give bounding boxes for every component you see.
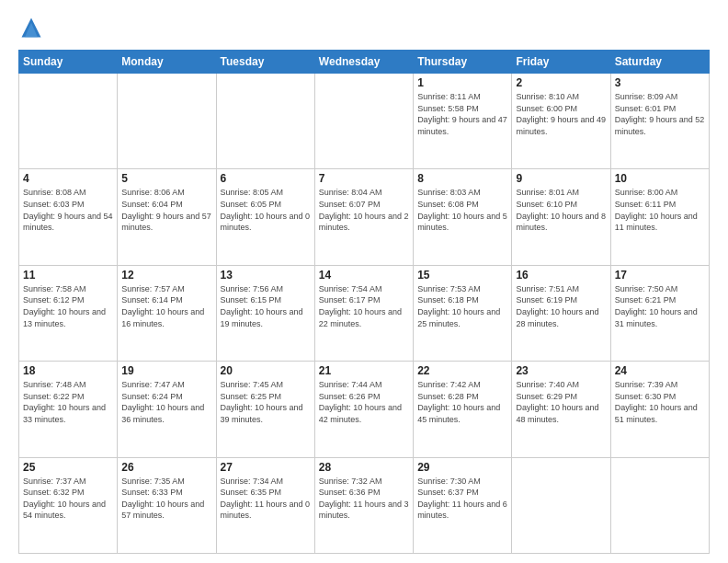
- day-info: Sunrise: 8:00 AM Sunset: 6:11 PM Dayligh…: [615, 187, 705, 233]
- day-number: 16: [516, 269, 606, 282]
- calendar-cell: 8Sunrise: 8:03 AM Sunset: 6:08 PM Daylig…: [414, 169, 512, 265]
- day-number: 17: [615, 269, 705, 282]
- calendar-cell: 23Sunrise: 7:40 AM Sunset: 6:29 PM Dayli…: [512, 362, 610, 457]
- day-number: 29: [417, 461, 507, 474]
- calendar-cell: 26Sunrise: 7:35 AM Sunset: 6:33 PM Dayli…: [118, 457, 216, 553]
- day-number: 14: [319, 269, 409, 282]
- day-number: 21: [319, 364, 409, 377]
- day-info: Sunrise: 7:50 AM Sunset: 6:21 PM Dayligh…: [615, 283, 705, 329]
- calendar-cell: [314, 74, 413, 169]
- col-header-tuesday: Tuesday: [216, 51, 314, 74]
- day-number: 6: [221, 172, 311, 185]
- day-info: Sunrise: 7:47 AM Sunset: 6:24 PM Dayligh…: [121, 379, 211, 425]
- logo: [18, 15, 48, 40]
- day-info: Sunrise: 8:06 AM Sunset: 6:04 PM Dayligh…: [121, 187, 211, 233]
- day-info: Sunrise: 7:37 AM Sunset: 6:32 PM Dayligh…: [23, 476, 113, 522]
- day-info: Sunrise: 7:44 AM Sunset: 6:26 PM Dayligh…: [319, 379, 409, 425]
- logo-icon: [18, 15, 44, 40]
- calendar-cell: [118, 74, 216, 169]
- calendar-cell: 10Sunrise: 8:00 AM Sunset: 6:11 PM Dayli…: [610, 169, 709, 265]
- calendar-cell: 21Sunrise: 7:44 AM Sunset: 6:26 PM Dayli…: [314, 362, 413, 457]
- calendar-cell: 16Sunrise: 7:51 AM Sunset: 6:19 PM Dayli…: [512, 265, 610, 361]
- calendar-week-2: 11Sunrise: 7:58 AM Sunset: 6:12 PM Dayli…: [19, 265, 710, 361]
- day-info: Sunrise: 7:40 AM Sunset: 6:29 PM Dayligh…: [516, 379, 606, 425]
- calendar-cell: 12Sunrise: 7:57 AM Sunset: 6:14 PM Dayli…: [118, 265, 216, 361]
- day-number: 27: [221, 461, 311, 474]
- col-header-saturday: Saturday: [610, 51, 709, 74]
- day-info: Sunrise: 8:01 AM Sunset: 6:10 PM Dayligh…: [516, 187, 606, 233]
- calendar-cell: 15Sunrise: 7:53 AM Sunset: 6:18 PM Dayli…: [414, 265, 512, 361]
- calendar-week-4: 25Sunrise: 7:37 AM Sunset: 6:32 PM Dayli…: [19, 457, 710, 553]
- day-number: 20: [221, 364, 311, 377]
- day-info: Sunrise: 8:03 AM Sunset: 6:08 PM Dayligh…: [417, 187, 507, 233]
- col-header-wednesday: Wednesday: [314, 51, 413, 74]
- day-info: Sunrise: 7:56 AM Sunset: 6:15 PM Dayligh…: [221, 283, 311, 329]
- calendar-cell: [610, 457, 709, 553]
- day-number: 23: [516, 364, 606, 377]
- calendar-cell: 7Sunrise: 8:04 AM Sunset: 6:07 PM Daylig…: [314, 169, 413, 265]
- day-info: Sunrise: 7:45 AM Sunset: 6:25 PM Dayligh…: [221, 379, 311, 425]
- calendar-week-3: 18Sunrise: 7:48 AM Sunset: 6:22 PM Dayli…: [19, 362, 710, 457]
- page: SundayMondayTuesdayWednesdayThursdayFrid…: [0, 0, 728, 563]
- calendar-cell: 4Sunrise: 8:08 AM Sunset: 6:03 PM Daylig…: [19, 169, 118, 265]
- day-info: Sunrise: 7:53 AM Sunset: 6:18 PM Dayligh…: [417, 283, 507, 329]
- day-info: Sunrise: 7:32 AM Sunset: 6:36 PM Dayligh…: [319, 476, 409, 522]
- col-header-monday: Monday: [118, 51, 216, 74]
- calendar-cell: [216, 74, 314, 169]
- day-info: Sunrise: 8:09 AM Sunset: 6:01 PM Dayligh…: [615, 91, 705, 137]
- calendar-cell: 3Sunrise: 8:09 AM Sunset: 6:01 PM Daylig…: [610, 74, 709, 169]
- day-info: Sunrise: 7:34 AM Sunset: 6:35 PM Dayligh…: [221, 476, 311, 522]
- day-info: Sunrise: 8:05 AM Sunset: 6:05 PM Dayligh…: [221, 187, 311, 233]
- col-header-thursday: Thursday: [414, 51, 512, 74]
- day-number: 18: [23, 364, 113, 377]
- calendar-cell: 5Sunrise: 8:06 AM Sunset: 6:04 PM Daylig…: [118, 169, 216, 265]
- calendar-header-row: SundayMondayTuesdayWednesdayThursdayFrid…: [19, 51, 710, 74]
- day-number: 9: [516, 172, 606, 185]
- calendar-cell: 17Sunrise: 7:50 AM Sunset: 6:21 PM Dayli…: [610, 265, 709, 361]
- day-number: 22: [417, 364, 507, 377]
- day-number: 7: [319, 172, 409, 185]
- col-header-friday: Friday: [512, 51, 610, 74]
- day-number: 11: [23, 269, 113, 282]
- calendar-cell: 19Sunrise: 7:47 AM Sunset: 6:24 PM Dayli…: [118, 362, 216, 457]
- calendar-cell: 20Sunrise: 7:45 AM Sunset: 6:25 PM Dayli…: [216, 362, 314, 457]
- calendar-week-0: 1Sunrise: 8:11 AM Sunset: 5:58 PM Daylig…: [19, 74, 710, 169]
- calendar-cell: 1Sunrise: 8:11 AM Sunset: 5:58 PM Daylig…: [414, 74, 512, 169]
- calendar-cell: 6Sunrise: 8:05 AM Sunset: 6:05 PM Daylig…: [216, 169, 314, 265]
- day-number: 2: [516, 76, 606, 89]
- day-info: Sunrise: 8:08 AM Sunset: 6:03 PM Dayligh…: [23, 187, 113, 233]
- calendar-cell: 28Sunrise: 7:32 AM Sunset: 6:36 PM Dayli…: [314, 457, 413, 553]
- day-number: 26: [121, 461, 211, 474]
- calendar-cell: 29Sunrise: 7:30 AM Sunset: 6:37 PM Dayli…: [414, 457, 512, 553]
- day-info: Sunrise: 7:48 AM Sunset: 6:22 PM Dayligh…: [23, 379, 113, 425]
- calendar-cell: 22Sunrise: 7:42 AM Sunset: 6:28 PM Dayli…: [414, 362, 512, 457]
- day-number: 4: [23, 172, 113, 185]
- calendar-cell: 9Sunrise: 8:01 AM Sunset: 6:10 PM Daylig…: [512, 169, 610, 265]
- day-number: 25: [23, 461, 113, 474]
- day-number: 19: [121, 364, 211, 377]
- day-info: Sunrise: 7:54 AM Sunset: 6:17 PM Dayligh…: [319, 283, 409, 329]
- day-info: Sunrise: 7:57 AM Sunset: 6:14 PM Dayligh…: [121, 283, 211, 329]
- calendar-cell: 27Sunrise: 7:34 AM Sunset: 6:35 PM Dayli…: [216, 457, 314, 553]
- calendar-cell: 24Sunrise: 7:39 AM Sunset: 6:30 PM Dayli…: [610, 362, 709, 457]
- day-info: Sunrise: 8:04 AM Sunset: 6:07 PM Dayligh…: [319, 187, 409, 233]
- calendar-cell: 11Sunrise: 7:58 AM Sunset: 6:12 PM Dayli…: [19, 265, 118, 361]
- day-number: 13: [221, 269, 311, 282]
- day-info: Sunrise: 8:11 AM Sunset: 5:58 PM Dayligh…: [417, 91, 507, 137]
- calendar-cell: 13Sunrise: 7:56 AM Sunset: 6:15 PM Dayli…: [216, 265, 314, 361]
- day-info: Sunrise: 7:42 AM Sunset: 6:28 PM Dayligh…: [417, 379, 507, 425]
- col-header-sunday: Sunday: [19, 51, 118, 74]
- calendar-cell: 25Sunrise: 7:37 AM Sunset: 6:32 PM Dayli…: [19, 457, 118, 553]
- day-number: 3: [615, 76, 705, 89]
- day-number: 8: [417, 172, 507, 185]
- day-number: 28: [319, 461, 409, 474]
- header: [18, 15, 710, 40]
- day-info: Sunrise: 7:58 AM Sunset: 6:12 PM Dayligh…: [23, 283, 113, 329]
- day-info: Sunrise: 8:10 AM Sunset: 6:00 PM Dayligh…: [516, 91, 606, 137]
- calendar-cell: 2Sunrise: 8:10 AM Sunset: 6:00 PM Daylig…: [512, 74, 610, 169]
- day-info: Sunrise: 7:39 AM Sunset: 6:30 PM Dayligh…: [615, 379, 705, 425]
- calendar-cell: [19, 74, 118, 169]
- day-info: Sunrise: 7:35 AM Sunset: 6:33 PM Dayligh…: [121, 476, 211, 522]
- calendar-cell: 18Sunrise: 7:48 AM Sunset: 6:22 PM Dayli…: [19, 362, 118, 457]
- day-number: 15: [417, 269, 507, 282]
